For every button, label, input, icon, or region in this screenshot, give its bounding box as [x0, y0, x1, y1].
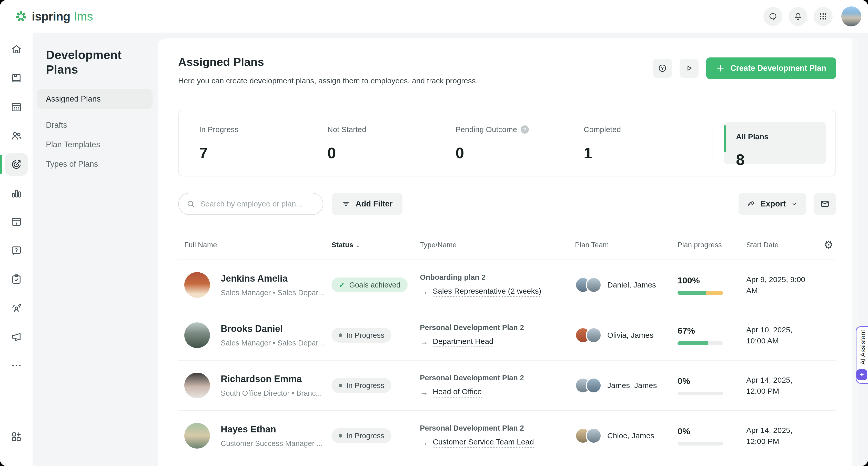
rail-item-add-apps[interactable]: [5, 426, 28, 448]
svg-text:?: ?: [14, 247, 18, 253]
employee-name[interactable]: Hayes Ethan: [221, 424, 323, 435]
clipboard-check-icon: [10, 273, 22, 285]
plan-team-cell[interactable]: James, James: [575, 378, 678, 394]
plan-team-cell[interactable]: Olivia, James: [575, 327, 678, 343]
help-button[interactable]: ?: [653, 59, 672, 78]
employee-name[interactable]: Jenkins Amelia: [221, 273, 324, 284]
nav-item-types-of-plans[interactable]: Types of Plans: [37, 154, 153, 174]
svg-text:?: ?: [661, 66, 664, 71]
export-button[interactable]: Export: [739, 193, 806, 215]
megaphone-icon: [10, 331, 22, 343]
arrow-right-icon: →: [420, 438, 428, 447]
content-area: ?: [0, 33, 868, 466]
team-names: James, James: [607, 381, 657, 390]
rail-item-360-review[interactable]: [5, 297, 28, 319]
plan-team-cell[interactable]: Daniel, James: [575, 277, 678, 293]
stat-in-progress-value: 7: [199, 144, 328, 162]
target-role-link[interactable]: Head of Office: [433, 387, 482, 398]
stat-pending-outcome[interactable]: Pending Outcome ? 0: [456, 122, 584, 164]
plan-team-cell[interactable]: Chloe, James: [575, 428, 678, 444]
rail-item-home[interactable]: [5, 38, 28, 61]
rail-item-newsfeed[interactable]: [5, 210, 28, 233]
column-status-sorted[interactable]: Status ↓: [332, 241, 420, 249]
create-development-plan-button[interactable]: Create Development Plan: [706, 57, 836, 79]
plan-type: Onboarding plan 2: [420, 273, 569, 282]
check-icon: ✓: [339, 281, 345, 290]
employee-avatar: [184, 423, 210, 448]
table-row-brooks-daniel[interactable]: Brooks Daniel Sales Manager • Sales Depa…: [178, 310, 836, 360]
progress-bar: [678, 391, 723, 395]
stats-divider: [712, 124, 712, 162]
rail-item-calendar[interactable]: [5, 96, 28, 118]
nav-item-assigned-plans[interactable]: Assigned Plans: [37, 89, 153, 109]
employee-avatar: [184, 322, 210, 348]
column-type-name[interactable]: Type/Name: [420, 241, 575, 249]
rail-item-courses[interactable]: [5, 67, 28, 89]
table-settings-gear-icon[interactable]: ⚙: [824, 239, 833, 250]
search-box[interactable]: [178, 193, 323, 215]
status-badge: In Progress: [332, 428, 392, 443]
user-avatar[interactable]: [841, 6, 861, 26]
rail-item-quizzes[interactable]: ?: [5, 239, 28, 262]
sort-desc-icon: ↓: [356, 241, 360, 249]
table-row-hayes-ethan[interactable]: Hayes Ethan Customer Success Manager ...…: [178, 411, 836, 461]
apps-grid-button[interactable]: [814, 7, 833, 26]
employee-avatar: [184, 272, 210, 298]
chevron-down-icon: [790, 200, 798, 208]
employee-name[interactable]: Brooks Daniel: [221, 323, 324, 334]
start-date: Apr 9, 2025, 9:00 AM: [746, 274, 813, 296]
email-report-button[interactable]: [814, 193, 836, 215]
stat-all-plans-selected[interactable]: All Plans 8: [724, 122, 826, 164]
table-row-jenkins-amelia[interactable]: Jenkins Amelia Sales Manager • Sales Dep…: [178, 260, 836, 310]
stat-in-progress[interactable]: In Progress 7: [199, 122, 328, 164]
video-tour-button[interactable]: [680, 59, 699, 78]
play-icon: [684, 64, 694, 73]
column-plan-progress[interactable]: Plan progress: [678, 241, 746, 249]
bell-icon: [794, 12, 803, 21]
header-actions: ? Create Development Plan: [653, 55, 836, 79]
app-window: ispring lms: [0, 0, 868, 466]
ai-assistant-tab[interactable]: AI Assistant ✦: [856, 326, 868, 384]
apps-grid-icon: [819, 12, 828, 21]
team-names: Chloe, James: [607, 431, 654, 440]
nav-item-plan-templates[interactable]: Plan Templates: [37, 135, 153, 154]
plan-type: Personal Development Plan 2: [420, 374, 569, 382]
stat-pending-outcome-value: 0: [456, 144, 584, 162]
progress-value: 0%: [678, 376, 746, 386]
employee-name[interactable]: Richardson Emma: [221, 374, 322, 384]
stat-completed[interactable]: Completed 1: [584, 122, 712, 164]
plans-table: Full Name Status ↓ Type/Name Plan Team P…: [178, 230, 836, 461]
page-subtitle: Here you can create development plans, a…: [178, 77, 478, 85]
column-full-name[interactable]: Full Name: [178, 241, 332, 249]
chat-button[interactable]: [764, 7, 782, 26]
column-plan-team[interactable]: Plan Team: [575, 241, 678, 249]
progress-bar: [678, 341, 723, 345]
nav-panel: Development Plans Assigned Plans Drafts …: [33, 33, 158, 466]
notifications-button[interactable]: [788, 7, 807, 26]
rail-item-reports[interactable]: [5, 182, 28, 204]
question-bubble-icon: ?: [10, 245, 22, 257]
search-input[interactable]: [200, 199, 316, 208]
bar-chart-icon: [10, 187, 22, 199]
rail-item-people[interactable]: [5, 124, 28, 147]
grid-plus-icon: [10, 431, 22, 443]
topbar-actions: [764, 6, 861, 26]
target-role-link[interactable]: Customer Service Team Lead: [433, 438, 534, 448]
rail-item-more[interactable]: [5, 354, 28, 377]
rail-item-assignments[interactable]: [5, 268, 28, 291]
ispring-flower-icon: [14, 10, 28, 23]
rail-item-announcements[interactable]: [5, 325, 28, 348]
column-start-date[interactable]: Start Date: [746, 241, 813, 249]
pending-outcome-help-icon[interactable]: ?: [521, 125, 529, 134]
stat-not-started[interactable]: Not Started 0: [328, 122, 456, 164]
rail-item-development-plans[interactable]: [5, 153, 28, 176]
target-role-link[interactable]: Department Head: [433, 337, 494, 347]
target-role-link[interactable]: Sales Representative (2 weeks): [433, 287, 541, 297]
team-avatar: [586, 428, 602, 444]
nav-item-drafts[interactable]: Drafts: [37, 115, 153, 135]
status-badge: In Progress: [332, 328, 392, 343]
add-filter-button[interactable]: Add Filter: [332, 193, 402, 215]
target-icon: [10, 158, 22, 170]
table-row-richardson-emma[interactable]: Richardson Emma South Office Director • …: [178, 360, 836, 411]
team-avatar: [586, 277, 602, 293]
